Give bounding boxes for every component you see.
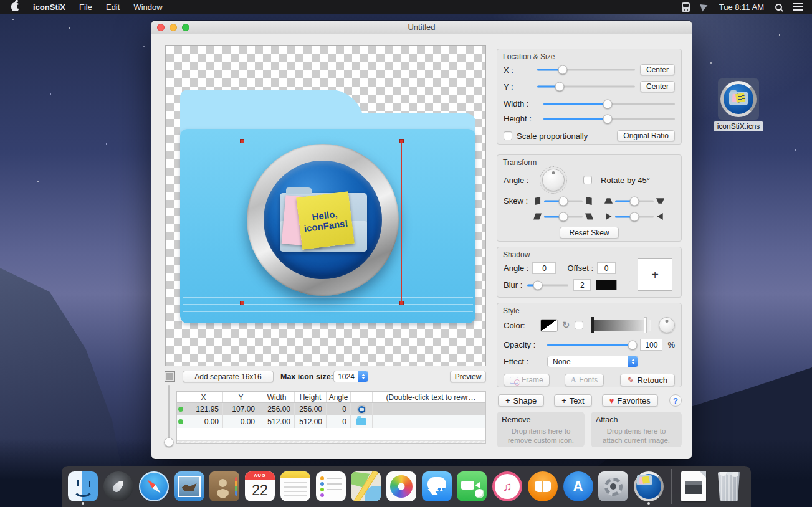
dock-item-itunes[interactable]: ♫ <box>490 468 524 505</box>
shadow-angle-field[interactable]: 0 <box>532 262 556 274</box>
add-separate-16-button[interactable]: Add separate 16x16 <box>183 371 274 382</box>
shadow-offset-field[interactable]: 0 <box>597 262 616 274</box>
effect-select[interactable]: None <box>547 356 638 367</box>
selection-rectangle[interactable] <box>242 141 402 303</box>
y-slider[interactable] <box>537 82 635 92</box>
dock-item-maps[interactable] <box>349 468 383 505</box>
menu-edit[interactable]: Edit <box>106 2 120 12</box>
background-color-well[interactable] <box>165 371 175 382</box>
reset-color-icon[interactable]: ↻ <box>562 320 570 331</box>
gradient-angle-knob[interactable] <box>659 317 675 333</box>
spotlight-icon[interactable] <box>775 4 782 11</box>
angle-label: Angle : <box>504 176 533 185</box>
resize-handle-br[interactable] <box>399 301 404 305</box>
gradient-checkbox[interactable] <box>575 321 583 329</box>
stepper-icon[interactable] <box>358 371 368 382</box>
dock-item-messages[interactable] <box>420 468 454 505</box>
height-slider[interactable] <box>543 114 675 123</box>
dock-item-calendar[interactable]: AUG 22 <box>243 468 277 505</box>
center-y-button[interactable]: Center <box>640 81 675 92</box>
resize-handle-bl[interactable] <box>240 301 244 305</box>
dock-item-safari[interactable] <box>137 468 171 505</box>
layers-table[interactable]: X Y Width Height Angle (Double-click tex… <box>176 391 486 444</box>
dock-item-trash[interactable] <box>712 468 746 505</box>
desktop-icon-iconstix[interactable]: iconStiX.icns <box>710 78 767 131</box>
dock-item-notes[interactable] <box>279 468 312 505</box>
dock-item-app-store[interactable]: A <box>561 468 595 505</box>
menu-window[interactable]: Window <box>133 2 162 12</box>
dock-item-system-preferences[interactable] <box>597 468 631 505</box>
train-status-icon[interactable] <box>682 2 690 12</box>
blur-field[interactable]: 2 <box>573 279 591 291</box>
dock-item-iconstix[interactable] <box>632 468 666 505</box>
resize-handle-tr[interactable] <box>399 139 404 143</box>
dock-item-ibooks[interactable] <box>526 468 560 505</box>
dock-item-launchpad[interactable] <box>102 468 135 505</box>
reset-skew-button[interactable]: Reset Skew <box>560 227 618 239</box>
canvas-zoom-slider[interactable] <box>164 385 174 442</box>
add-shape-button[interactable]: +Shape <box>498 394 544 407</box>
opacity-field[interactable]: 100 <box>640 339 662 351</box>
opacity-slider[interactable] <box>547 340 635 349</box>
add-shadow-button[interactable]: + <box>638 258 672 291</box>
attach-drop-zone[interactable]: Attach Drop items here to attach current… <box>591 412 682 447</box>
pointer-status-icon[interactable] <box>700 2 709 12</box>
table-header[interactable]: X Y Width Height Angle (Double-click tex… <box>177 392 485 403</box>
skew-vertical-slider[interactable] <box>544 196 583 206</box>
dock-item-facetime[interactable] <box>456 468 489 505</box>
dock-item-finder[interactable] <box>67 468 100 505</box>
dock-item-mail[interactable] <box>173 468 206 505</box>
width-slider[interactable] <box>543 99 675 108</box>
contacts-icon <box>209 471 239 501</box>
app-menu-title[interactable]: iconStiX <box>33 2 65 12</box>
col-angle[interactable]: Angle <box>327 392 351 402</box>
blur-slider[interactable] <box>527 280 568 290</box>
cell-text[interactable] <box>373 403 485 415</box>
dock-item-reminders[interactable] <box>314 468 348 505</box>
cell-text[interactable] <box>373 415 485 428</box>
dock-item-contacts[interactable] <box>208 468 241 505</box>
gradient-bar[interactable] <box>591 320 651 331</box>
angle-knob[interactable] <box>542 169 565 191</box>
remove-drop-zone[interactable]: Remove Drop items here to remove custom … <box>497 412 585 447</box>
favorites-button[interactable]: ♥Favorites <box>602 394 658 407</box>
max-icon-size-select[interactable]: 1024 <box>333 371 368 382</box>
menu-bar-clock[interactable]: Tue 8:11 AM <box>719 2 764 12</box>
editor-canvas[interactable]: Hello, iconFans! <box>165 45 486 366</box>
slider-thumb[interactable] <box>165 438 174 447</box>
mini-yellow-note <box>735 93 745 103</box>
resize-handle-tl[interactable] <box>240 139 244 143</box>
center-x-button[interactable]: Center <box>640 64 675 75</box>
skew-horizontal-slider[interactable] <box>544 212 583 221</box>
add-text-button[interactable]: +Text <box>554 394 591 407</box>
menu-file[interactable]: File <box>79 2 92 12</box>
retouch-button[interactable]: ✎Retouch <box>620 374 675 386</box>
col-text[interactable]: (Double-click text to rewr… <box>373 392 485 402</box>
notification-center-icon[interactable] <box>793 3 803 11</box>
col-x[interactable]: X <box>184 392 223 402</box>
table-row[interactable]: 0.000.00512.00512.000 <box>177 415 485 428</box>
scale-proportionally-checkbox[interactable] <box>504 131 512 140</box>
apple-menu-icon[interactable] <box>11 2 19 11</box>
skew-triangle-slider[interactable] <box>615 212 654 221</box>
col-y[interactable]: Y <box>223 392 259 402</box>
table-row[interactable]: 121.95107.00256.00256.000 <box>177 403 485 415</box>
rotate-45-checkbox[interactable] <box>583 176 592 184</box>
x-slider[interactable] <box>537 65 635 75</box>
title-bar[interactable]: Untitled <box>151 21 692 34</box>
preview-button[interactable]: Preview <box>450 371 486 382</box>
shadow-color-swatch[interactable] <box>596 280 617 290</box>
dock-item-icns-document[interactable] <box>677 468 710 505</box>
stepper-icon[interactable] <box>628 356 638 367</box>
dock-item-photos[interactable] <box>385 468 418 505</box>
original-ratio-button[interactable]: Original Ratio <box>617 130 675 141</box>
gradient-handle-white[interactable] <box>644 317 647 333</box>
color-well[interactable] <box>540 319 558 332</box>
help-button[interactable]: ? <box>669 394 682 407</box>
heart-icon: ♥ <box>609 396 614 405</box>
col-width[interactable]: Width <box>259 392 295 402</box>
gradient-handle-black[interactable] <box>591 317 594 333</box>
skew-trapezoid-slider[interactable] <box>615 196 654 206</box>
desktop-icon-label[interactable]: iconStiX.icns <box>714 121 764 131</box>
col-height[interactable]: Height <box>295 392 327 402</box>
